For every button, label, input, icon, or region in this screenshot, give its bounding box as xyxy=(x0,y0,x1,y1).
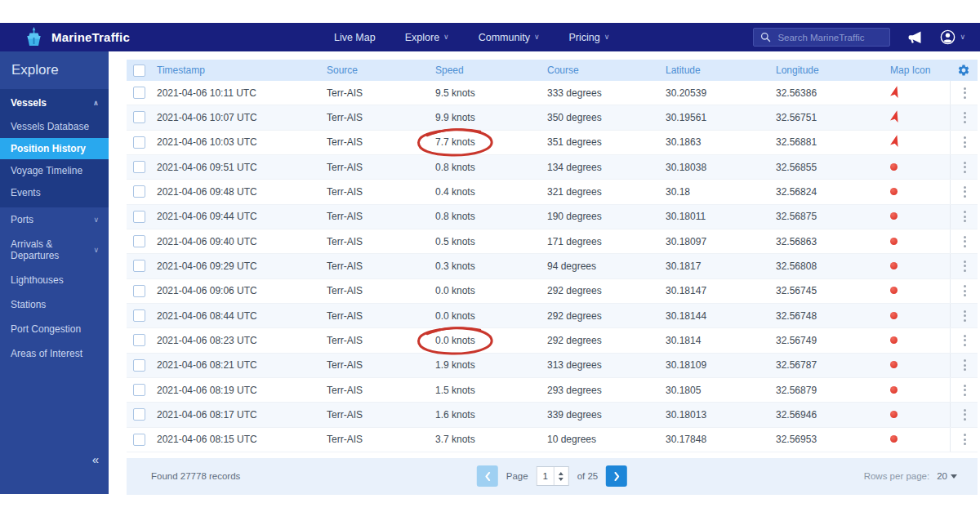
stepper-up-icon[interactable] xyxy=(559,472,564,475)
kebab-menu-icon[interactable] xyxy=(960,233,969,251)
column-header-speed[interactable]: Speed xyxy=(435,65,547,76)
speed-cell: 7.7 knots xyxy=(435,136,547,148)
sidebar-item-areas-of-interest[interactable]: Areas of Interest xyxy=(0,341,109,366)
column-header-longitude[interactable]: Longitude xyxy=(776,65,886,76)
sidebar-item-lighthouses[interactable]: Lighthouses xyxy=(0,268,109,292)
column-header-map-icon[interactable]: Map Icon xyxy=(886,65,950,76)
sidebar-item-port-congestion[interactable]: Port Congestion xyxy=(0,317,109,341)
search-input[interactable] xyxy=(776,32,883,43)
page-number-input[interactable] xyxy=(537,467,554,485)
row-select-cell xyxy=(127,211,157,223)
kebab-menu-icon[interactable] xyxy=(960,158,969,176)
row-checkbox[interactable] xyxy=(133,87,145,99)
row-checkbox[interactable] xyxy=(133,408,145,421)
select-all-checkbox[interactable] xyxy=(133,65,145,77)
sidebar-item-arrivals-departures[interactable]: Arrivals & Departures∨ xyxy=(0,232,109,268)
sidebar-group-header-vessels[interactable]: Vessels∧ xyxy=(0,89,109,115)
kebab-menu-icon[interactable] xyxy=(960,133,969,151)
sidebar-item-voyage-timeline[interactable]: Voyage Timeline xyxy=(0,160,109,181)
previous-page-button[interactable] xyxy=(477,465,498,487)
kebab-menu-icon[interactable] xyxy=(960,109,969,127)
sidebar-collapse-button[interactable]: « xyxy=(92,452,99,466)
longitude-cell: 32.56953 xyxy=(776,434,886,445)
rows-per-page-value: 20 xyxy=(937,471,947,481)
kebab-menu-icon[interactable] xyxy=(960,381,969,399)
nav-item-pricing[interactable]: Pricing∨ xyxy=(569,32,610,43)
table-row: 2021-04-06 08:21 UTCTerr-AIS1.9 knots313… xyxy=(127,354,978,378)
speed-value: 0.0 knots xyxy=(435,310,475,322)
row-checkbox[interactable] xyxy=(133,434,145,446)
nav-item-explore[interactable]: Explore∨ xyxy=(405,32,449,43)
speed-value: 0.0 knots xyxy=(435,285,475,296)
speed-value: 1.6 knots xyxy=(435,409,475,421)
search-box[interactable] xyxy=(753,28,890,47)
sidebar-item-events[interactable]: Events xyxy=(0,182,109,203)
source-cell: Terr-AIS xyxy=(327,112,435,123)
kebab-menu-icon[interactable] xyxy=(960,183,969,201)
row-checkbox[interactable] xyxy=(133,211,145,223)
longitude-cell: 32.56881 xyxy=(776,136,886,148)
column-header-source[interactable]: Source xyxy=(327,65,435,76)
course-cell: 10 degrees xyxy=(547,434,666,445)
rows-per-page-control[interactable]: Rows per page: 20 xyxy=(864,471,957,481)
records-count: Found 27778 records xyxy=(151,471,240,481)
nav-item-label: Live Map xyxy=(334,32,376,43)
kebab-menu-icon[interactable] xyxy=(960,84,969,102)
row-checkbox[interactable] xyxy=(133,285,145,297)
row-select-cell xyxy=(127,185,157,198)
row-checkbox[interactable] xyxy=(133,359,145,372)
timestamp-cell: 2021-04-06 09:29 UTC xyxy=(157,260,327,272)
timestamp-cell: 2021-04-06 09:51 UTC xyxy=(157,162,327,173)
page-number-stepper[interactable] xyxy=(554,467,568,485)
vessel-arrow-icon xyxy=(890,110,901,122)
row-checkbox[interactable] xyxy=(133,235,145,247)
row-select-cell xyxy=(127,384,157,396)
source-cell: Terr-AIS xyxy=(327,385,435,396)
source-cell: Terr-AIS xyxy=(327,260,435,272)
brand[interactable]: MarineTraffic xyxy=(23,26,130,48)
column-header-latitude[interactable]: Latitude xyxy=(666,65,776,76)
kebab-menu-icon[interactable] xyxy=(960,356,969,374)
next-page-button[interactable] xyxy=(606,465,627,487)
sidebar-item-vessels-database[interactable]: Vessels Database xyxy=(0,116,109,137)
row-select-cell xyxy=(127,334,157,346)
nav-item-live-map[interactable]: Live Map xyxy=(334,32,376,43)
gear-icon[interactable] xyxy=(957,64,970,77)
megaphone-icon[interactable] xyxy=(906,29,923,46)
kebab-menu-icon[interactable] xyxy=(960,406,969,424)
row-checkbox[interactable] xyxy=(133,260,145,272)
row-select-cell xyxy=(127,161,157,173)
column-header-timestamp[interactable]: Timestamp xyxy=(157,65,327,76)
timestamp-cell: 2021-04-06 09:06 UTC xyxy=(157,285,327,296)
speed-cell: 9.9 knots xyxy=(435,112,547,123)
speed-cell: 0.5 knots xyxy=(435,236,547,247)
row-checkbox[interactable] xyxy=(133,185,145,198)
column-header-course[interactable]: Course xyxy=(547,65,666,76)
sidebar-item-ports[interactable]: Ports∨ xyxy=(0,207,109,232)
kebab-menu-icon[interactable] xyxy=(960,282,969,300)
sidebar-nav: Vessels∧Vessels DatabasePosition History… xyxy=(0,89,109,366)
row-checkbox[interactable] xyxy=(133,384,145,396)
latitude-cell: 30.18013 xyxy=(666,409,776,421)
timestamp-cell: 2021-04-06 09:48 UTC xyxy=(157,186,327,198)
kebab-menu-icon[interactable] xyxy=(960,307,969,325)
kebab-menu-icon[interactable] xyxy=(960,257,969,275)
row-checkbox[interactable] xyxy=(133,309,145,322)
row-checkbox[interactable] xyxy=(133,334,145,346)
map-icon-cell xyxy=(886,186,950,198)
kebab-menu-icon[interactable] xyxy=(960,207,969,225)
sidebar-item-stations[interactable]: Stations xyxy=(0,292,109,317)
kebab-menu-icon[interactable] xyxy=(960,332,969,349)
row-checkbox[interactable] xyxy=(133,136,145,149)
table-row: 2021-04-06 09:51 UTCTerr-AIS0.8 knots134… xyxy=(127,155,978,180)
sidebar-item-position-history[interactable]: Position History xyxy=(0,138,109,159)
row-checkbox[interactable] xyxy=(133,111,145,123)
timestamp-cell: 2021-04-06 09:40 UTC xyxy=(157,236,327,247)
row-actions-cell xyxy=(950,81,978,105)
page-number-box xyxy=(537,466,569,486)
stepper-down-icon[interactable] xyxy=(559,478,564,481)
row-checkbox[interactable] xyxy=(133,161,145,173)
nav-item-community[interactable]: Community∨ xyxy=(479,32,540,43)
kebab-menu-icon[interactable] xyxy=(960,430,969,448)
account-menu[interactable]: ∨ xyxy=(939,29,965,46)
